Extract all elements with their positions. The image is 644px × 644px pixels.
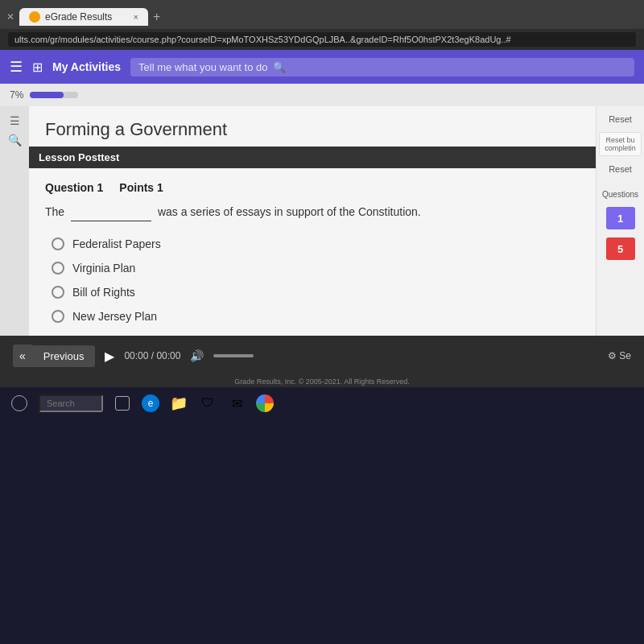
question-text-after: was a series of essays in support of the… [158,205,421,218]
answer-option-4[interactable]: New Jersey Plan [52,310,580,323]
active-tab[interactable]: eGrade Results × [19,8,148,26]
taskbar-mail-icon[interactable]: ✉ [227,394,246,413]
progress-percent: 7% [10,89,23,101]
previous-button[interactable]: Previous [32,345,96,367]
lesson-posttest-bar: Lesson Posttest [29,147,596,168]
settings-button[interactable]: ⚙ Se [608,350,631,361]
radio-virginia-plan[interactable] [52,262,64,275]
new-tab-button[interactable]: + [153,10,160,24]
progress-bar-fill [30,92,64,98]
option-label-1: Federalist Papers [72,237,161,250]
question-badge-1[interactable]: 1 [606,207,635,229]
windows-start-circle[interactable] [11,395,27,411]
search-icon: 🔍 [273,61,286,73]
chevron-left-button[interactable]: « [13,345,32,367]
taskbar-folder-icon[interactable]: 📁 [169,394,188,413]
search-placeholder-text: Tell me what you want to do [138,61,267,73]
answer-blank [71,204,151,221]
left-sidebar: ☰ 🔍 [0,106,29,336]
radio-bill-of-rights[interactable] [52,286,64,299]
my-activities-button[interactable]: My Activities [52,60,121,73]
start-button[interactable] [10,394,29,413]
grid-icon[interactable]: ⊞ [32,60,43,75]
time-display: 00:00 / 00:00 [124,350,180,361]
content-area: Forming a Government Lesson Posttest Que… [29,106,596,336]
radio-federalist-papers[interactable] [52,237,64,250]
answer-option-2[interactable]: Virginia Plan [52,262,580,275]
progress-area: 7% [0,84,644,106]
main-layout: ☰ 🔍 Forming a Government Lesson Posttest… [0,106,644,336]
tab-close-button[interactable]: × [134,12,138,22]
question-label: Question 1 [45,181,103,194]
folder-icon[interactable]: 📁 [170,394,188,412]
taskbar-task-view[interactable] [115,396,130,411]
search-bar[interactable]: Tell me what you want to do 🔍 [130,58,634,76]
bottom-credits: Grade Results, Inc. © 2005-2021. All Rig… [0,376,644,387]
volume-bar[interactable] [213,354,254,357]
radio-new-jersey-plan[interactable] [52,310,64,323]
reset-info-line2: completin [605,144,636,152]
points-label: Points 1 [119,181,163,194]
address-input[interactable] [8,32,636,47]
browser-chrome: ✕ eGrade Results × + [0,0,644,50]
shield-icon: 🛡 [201,396,214,411]
lesson-section-label: Lesson Posttest [39,151,119,163]
tab-title: eGrade Results [45,11,112,23]
bottom-toolbar: « Previous ▶ 00:00 / 00:00 🔊 ⚙ Se [0,336,644,376]
mail-icon: ✉ [232,396,242,411]
app-header: ☰ ⊞ My Activities Tell me what you want … [0,50,644,84]
hamburger-icon[interactable]: ☰ [10,58,23,76]
tab-favicon [29,11,40,23]
taskbar-shield-icon[interactable]: 🛡 [198,394,217,413]
credits-text: Grade Results, Inc. © 2005-2021. All Rig… [234,378,410,386]
questions-label: Questions [602,190,638,199]
progress-bar-track [30,92,78,98]
taskbar-search-input[interactable] [39,394,103,412]
taskbar-edge-icon[interactable]: e [142,394,159,412]
reset-button[interactable]: Reset [609,164,632,174]
address-bar [0,29,644,50]
taskbar-square-icon[interactable] [113,394,132,413]
reset-info-box: Reset bu completin [599,132,642,156]
answer-option-3[interactable]: Bill of Rights [52,286,580,299]
tab-bar: ✕ eGrade Results × + [0,0,644,29]
option-label-3: Bill of Rights [72,286,135,299]
option-label-2: Virginia Plan [72,262,135,275]
sidebar-search-icon[interactable]: 🔍 [8,134,22,147]
answer-options: Federalist Papers Virginia Plan Bill of … [52,237,580,323]
prev-btn-wrapper: « Previous [13,345,95,367]
question-text: The was a series of essays in support of… [45,204,580,221]
answer-option-1[interactable]: Federalist Papers [52,237,580,250]
question-header: Question 1 Points 1 [45,181,580,194]
option-label-4: New Jersey Plan [72,310,157,323]
taskbar-chrome-icon[interactable] [256,394,274,412]
volume-icon[interactable]: 🔊 [190,349,204,362]
sidebar-menu-icon[interactable]: ☰ [10,114,20,127]
page-title: Forming a Government [45,119,580,140]
play-button[interactable]: ▶ [105,349,114,364]
taskbar: e 📁 🛡 ✉ [0,387,644,419]
question-text-before: The [45,205,64,218]
question-badge-5[interactable]: 5 [606,237,635,260]
right-panel: Reset Reset bu completin Reset Questions… [596,106,644,336]
reset-label[interactable]: Reset [609,114,632,124]
window-close-button[interactable]: ✕ [6,11,14,23]
reset-info-line1: Reset bu [605,136,636,144]
